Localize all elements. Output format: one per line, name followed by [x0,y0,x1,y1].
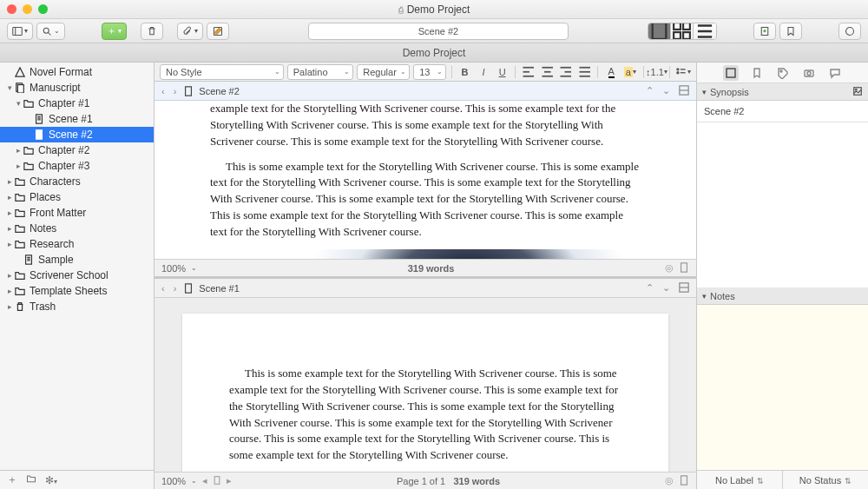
binder-item-scene-1[interactable]: Scene #1 [0,111,154,127]
binder-item-chapter-2[interactable]: Chapter #2 [0,142,154,158]
binder-item-research[interactable]: Research [0,236,154,252]
align-justify-button[interactable] [577,64,593,80]
editor-bottom-back-button[interactable]: ‹ [160,283,167,294]
binder-item-chapter-3[interactable]: Chapter #3 [0,158,154,174]
text-color-button[interactable]: A [603,64,619,80]
align-center-button[interactable] [540,64,556,80]
synopsis-text[interactable]: Scene #2 [697,101,868,122]
target-icon[interactable]: ◎ [665,475,674,486]
binder-item-novel-format[interactable]: Novel Format [0,64,154,80]
font-size-select[interactable]: 13 [413,64,446,80]
view-mode-segmented[interactable] [648,23,717,40]
page-view-icon[interactable] [679,262,689,274]
view-binder-button[interactable]: ▾ [7,23,33,40]
editor-top-body[interactable]: example text for the Storytelling With S… [155,101,696,259]
synopsis-header[interactable]: Synopsis [697,83,868,101]
editor-top-back-button[interactable]: ‹ [160,86,167,96]
binder-add-folder-icon[interactable] [26,473,36,486]
editor-top-zoom[interactable]: 100% [161,263,186,274]
font-weight-select[interactable]: Regular [357,64,410,80]
disclosure-triangle[interactable] [14,162,23,170]
editor-top-prev-doc-button[interactable]: ⌃ [644,85,655,96]
synopsis-body[interactable] [697,122,868,287]
add-button[interactable]: ＋ ▾ [102,23,127,40]
line-spacing-button[interactable]: ↕ 1.1 ▾ [648,64,664,80]
disclosure-triangle[interactable] [5,271,14,280]
align-right-button[interactable] [558,64,574,80]
editor-bottom-next-doc-button[interactable]: ⌄ [661,282,672,294]
inspector-toggle-button[interactable]: i [838,23,861,40]
editor-bottom-body[interactable]: This is some example text for the Storyt… [155,298,696,472]
binder-item-scrivener-school[interactable]: Scrivener School [0,268,154,283]
disclosure-triangle[interactable] [5,193,14,202]
bold-button[interactable]: B [457,64,473,80]
disclosure-triangle[interactable] [5,208,14,217]
target-icon[interactable]: ◎ [665,262,674,274]
editor-top-split-button[interactable] [677,85,691,97]
binder-item-sample[interactable]: Sample [0,252,154,268]
page-view-icon[interactable] [679,475,689,487]
compose-button[interactable] [207,23,229,40]
notes-body[interactable] [697,305,868,470]
editor-bottom-forward-button[interactable]: › [172,283,179,294]
label-menu[interactable]: No Label [697,471,783,489]
editor-bottom-split-button[interactable] [677,282,691,294]
font-select[interactable]: Palatino [287,64,354,80]
disclosure-triangle[interactable] [14,99,23,108]
status-menu[interactable]: No Status [783,471,868,489]
disclosure-triangle[interactable] [14,146,23,155]
inspector-tab-snapshots[interactable] [801,65,817,81]
view-document-mode[interactable] [648,23,671,39]
binder-gear-icon[interactable]: ✻▾ [45,474,57,486]
view-outline-mode[interactable] [694,23,716,39]
binder-item-notes[interactable]: Notes [0,221,154,236]
view-corkboard-mode[interactable] [671,23,694,39]
inspector-tab-notes[interactable] [723,65,739,81]
inspector-tab-comments[interactable] [827,65,843,81]
binder-item-scene-2[interactable]: Scene #2 [0,127,154,142]
editor-bottom-zoom[interactable]: 100% [161,476,186,486]
attach-button[interactable]: ▾ [177,23,203,40]
binder-item-template-sheets[interactable]: Template Sheets [0,283,154,299]
trash-button[interactable] [141,23,163,40]
editor-top-forward-button[interactable]: › [172,86,179,96]
align-left-button[interactable] [521,64,536,80]
compile-button[interactable] [753,23,776,40]
binder-item-front-matter[interactable]: Front Matter [0,205,154,221]
window-minimize-button[interactable] [23,4,32,14]
bookmark-button[interactable] [779,23,802,40]
window-zoom-button[interactable] [38,4,48,14]
list-button[interactable]: ▾ [675,64,691,80]
italic-button[interactable]: I [476,64,491,80]
editor-bottom-title[interactable]: Scene #1 [199,283,239,294]
binder-item-places[interactable]: Places [0,189,154,205]
binder-item-trash[interactable]: Trash [0,299,154,314]
underline-button[interactable]: U [495,64,510,80]
editor-top-title[interactable]: Scene #2 [199,86,239,96]
binder-item-chapter-1[interactable]: Chapter #1 [0,96,154,111]
disclosure-triangle[interactable] [5,287,14,295]
page-prev-icon[interactable]: ◂ [202,475,207,486]
binder-item-characters[interactable]: Characters [0,174,154,189]
disclosure-triangle[interactable] [5,177,14,186]
disclosure-triangle[interactable] [5,83,14,92]
binder-add-icon[interactable]: ＋ [7,472,17,487]
document-title-field[interactable]: Scene #2 [308,23,569,40]
style-select[interactable]: No Style [160,64,284,80]
page-nav-icon[interactable] [213,476,221,486]
editor-top-next-doc-button[interactable]: ⌄ [661,85,672,96]
inspector-tab-metadata[interactable] [775,65,791,81]
disclosure-triangle[interactable] [5,302,14,311]
page-next-icon[interactable]: ▸ [227,475,232,486]
notes-header[interactable]: Notes [697,287,868,305]
search-button[interactable] [36,23,65,40]
window-close-button[interactable] [7,4,16,14]
synopsis-image-toggle-icon[interactable] [852,86,863,98]
disclosure-triangle[interactable] [5,240,14,248]
editor-bottom-prev-doc-button[interactable]: ⌃ [644,282,655,294]
binder-item-manuscript[interactable]: Manuscript [0,80,154,96]
disclosure-triangle[interactable] [5,224,14,233]
highlight-color-button[interactable]: a▾ [622,64,638,80]
inspector-tab-bookmarks[interactable] [749,65,765,81]
binder-tree[interactable]: Novel FormatManuscriptChapter #1Scene #1… [0,63,154,470]
